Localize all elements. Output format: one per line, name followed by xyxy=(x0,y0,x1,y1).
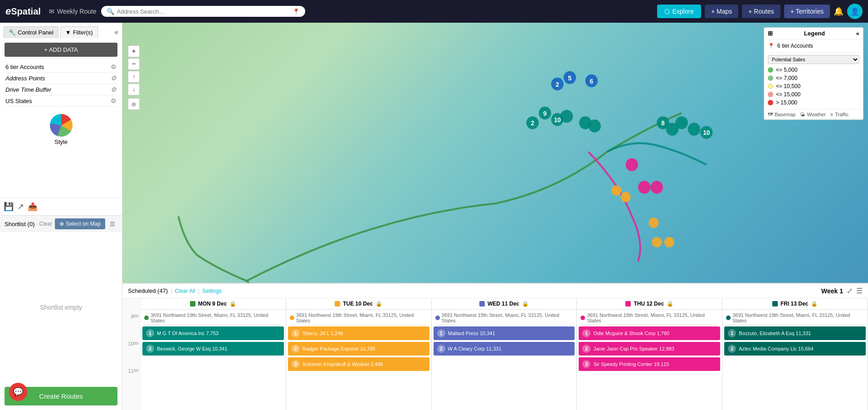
layer-gear-6tier[interactable]: ⚙ xyxy=(111,63,117,70)
panel-collapse-button[interactable]: « xyxy=(114,28,118,36)
legend-item-2: <= 7,000 xyxy=(768,74,859,82)
pan-up-button[interactable]: ↑ xyxy=(128,71,140,83)
day-color-mon xyxy=(190,301,195,306)
style-icon[interactable] xyxy=(50,114,73,137)
route-card-wed-1[interactable]: 1 Mallard Press 10,341 xyxy=(434,326,575,340)
svg-text:6: 6 xyxy=(590,77,594,84)
day-lock-wed[interactable]: 🔒 xyxy=(522,301,529,307)
route-label-mon-1: M G T Of America Inc 7,753 xyxy=(157,331,219,336)
explore-label: Explore xyxy=(673,8,694,15)
route-card-wed-2[interactable]: 2 W A Cleary Corp 11,331 xyxy=(434,342,575,356)
schedule-clear-all[interactable]: Clear All xyxy=(175,288,195,294)
wrench-icon: 🔧 xyxy=(9,29,16,36)
route-num-fri-1: 1 xyxy=(728,329,736,337)
app-logo[interactable]: eSpatial xyxy=(5,5,41,17)
day-lock-tue[interactable]: 🔒 xyxy=(375,301,382,307)
time-1000: 10 00 xyxy=(122,339,140,366)
schedule-menu-button[interactable]: ☰ xyxy=(856,287,863,295)
route-card-tue-2[interactable]: 2 Badger Package Express 10,785 xyxy=(288,342,429,356)
legend-item-4: <= 15,000 xyxy=(768,90,859,99)
route-card-fri-2[interactable]: 2 Aztec Media Company Llc 15,664 xyxy=(724,342,866,356)
day-header-mon: MON 9 Dec 🔒 xyxy=(141,298,286,310)
day-lock-fri[interactable]: 🔒 xyxy=(811,301,818,307)
map-area[interactable]: 2 5 6 2 9 10 8 10 + − ↑ ↓ ◎ 3 km ©202 xyxy=(122,23,868,410)
share-action-button[interactable]: ↗ xyxy=(17,202,24,212)
day-lock-thu[interactable]: 🔒 xyxy=(667,301,673,307)
layer-gear-address[interactable]: ⚙ xyxy=(111,74,117,82)
route-card-thu-2[interactable]: 2 Janie Jasin Csp Pro Speaker 12,983 xyxy=(579,342,720,356)
shortlist-empty-message: Shortlist empty xyxy=(0,232,122,382)
pan-down-button[interactable]: ↓ xyxy=(128,84,140,95)
chat-bubble-button[interactable]: 💬 xyxy=(9,383,27,401)
schedule-day-mon: MON 9 Dec 🔒 3691 Northwest 19th Street, … xyxy=(141,298,286,410)
zoom-out-button[interactable]: − xyxy=(128,58,140,70)
schedule-settings[interactable]: Settings xyxy=(202,288,222,294)
legend-traffic-btn[interactable]: ≡ Traffic xyxy=(830,112,848,117)
schedule-expand-button[interactable]: ⤢ xyxy=(847,287,853,295)
route-card-tue-3[interactable]: 3 Solomon Krupnikoff & Wyskiel 2,496 xyxy=(288,357,429,371)
address-search-bar[interactable]: 🔍 📍 xyxy=(101,6,305,17)
traffic-label: Traffic xyxy=(835,112,848,117)
export-action-button[interactable]: 📤 xyxy=(28,202,38,212)
day-header-tue: TUE 10 Dec 🔒 xyxy=(286,298,431,310)
add-data-label: + ADD DATA xyxy=(44,46,78,53)
legend-collapse-icon[interactable]: « xyxy=(856,30,859,37)
zoom-in-button[interactable]: + xyxy=(128,45,140,57)
route-num-fri-2: 2 xyxy=(728,345,736,353)
maps-button[interactable]: + Maps xyxy=(705,5,738,18)
weekly-route-tab[interactable]: ✉ Weekly Route xyxy=(49,8,97,15)
shortlist-clear-button[interactable]: Clear xyxy=(39,221,52,227)
svg-text:5: 5 xyxy=(568,74,572,81)
schedule-title: Scheduled (47) xyxy=(128,287,168,294)
day-label-tue: TUE 10 Dec xyxy=(343,301,373,307)
notifications-bell[interactable]: 🔔 xyxy=(834,6,844,16)
layers-list: 6 tier Accounts ⚙ Address Points ⚙ Drive… xyxy=(5,61,117,107)
time-900: 9 00 xyxy=(122,312,140,339)
address-search-input[interactable] xyxy=(117,8,290,15)
add-data-button[interactable]: + ADD DATA xyxy=(5,43,117,57)
depot-address-tue: 3691 Northwest 19th Street, Miami, FL 33… xyxy=(296,312,428,323)
legend-label-1: <= 5,000 xyxy=(776,67,797,73)
route-card-fri-1[interactable]: 1 Bozzuto, Elizabeth A Esq 11,331 xyxy=(724,326,866,340)
route-num-mon-2: 2 xyxy=(146,345,154,353)
route-card-tue-1[interactable]: 1 Sherry, Jill L 1,246 xyxy=(288,326,429,340)
select-on-map-button[interactable]: ⊕ Select on Map xyxy=(55,218,105,229)
shortlist-menu-icon[interactable]: ☰ xyxy=(110,221,115,227)
day-lock-mon[interactable]: 🔒 xyxy=(229,301,236,307)
route-label-fri-1: Bozzuto, Elizabeth A Esq 11,331 xyxy=(739,331,811,336)
territories-button[interactable]: + Territories xyxy=(784,5,830,18)
route-label-wed-1: Mallard Press 10,341 xyxy=(448,331,495,336)
legend-6tier-row: 📍 6 tier Accounts xyxy=(768,42,859,50)
layer-gear-drive[interactable]: ⚙ xyxy=(111,86,117,93)
user-avatar[interactable]: 👤 xyxy=(847,4,863,19)
legend-basemap-btn[interactable]: 🗺 Basemap xyxy=(768,112,795,117)
tab-filters[interactable]: ▼ Filter(s) xyxy=(60,26,98,38)
svg-point-4 xyxy=(539,107,551,119)
save-action-button[interactable]: 💾 xyxy=(4,202,14,212)
depot-thu: 3691 Northwest 19th Street, Miami, FL 33… xyxy=(579,311,720,325)
tab-control-panel[interactable]: 🔧 Control Panel xyxy=(4,26,59,38)
route-card-mon-2[interactable]: 2 Beswick, George W Esq 10,341 xyxy=(142,342,284,356)
week-label: Week 1 xyxy=(821,287,843,295)
route-card-thu-1[interactable]: 1 Odle Mcguire & Shook Corp 1,760 xyxy=(579,326,720,340)
layer-name-drive: Drive Time Buffer xyxy=(5,86,51,93)
legend-dot-3 xyxy=(768,84,773,89)
layer-gear-us[interactable]: ⚙ xyxy=(111,97,117,104)
schedule-body: 9 00 10 00 11 00 MON 9 Dec 🔒 xyxy=(122,298,868,410)
route-card-thu-3[interactable]: 3 Sir Speedy Printing Center 19,115 xyxy=(579,357,720,371)
layer-item-drive: Drive Time Buffer ⚙ xyxy=(5,84,117,95)
svg-text:9: 9 xyxy=(543,109,547,117)
svg-point-10 xyxy=(666,123,678,135)
routes-button[interactable]: + Routes xyxy=(742,5,780,18)
legend-weather-btn[interactable]: 🌤 Weather xyxy=(800,112,825,117)
location-button[interactable]: ◎ xyxy=(128,98,140,110)
explore-button[interactable]: ⬡ Explore xyxy=(657,5,701,18)
svg-point-2 xyxy=(585,74,598,87)
left-panel: 🔧 Control Panel ▼ Filter(s) « + ADD DATA… xyxy=(0,23,122,410)
legend-potential-section: Potential Sales <= 5,000 <= 7,000 <= 10,… xyxy=(764,53,863,109)
route-card-mon-1[interactable]: 1 M G T Of America Inc 7,753 xyxy=(142,326,284,340)
legend-potential-select[interactable]: Potential Sales xyxy=(768,55,859,64)
legend-location-icon: 📍 xyxy=(768,43,775,49)
depot-address-thu: 3691 Northwest 19th Street, Miami, FL 33… xyxy=(587,312,718,323)
map-zoom-controls: + − ↑ ↓ ◎ xyxy=(128,45,140,110)
